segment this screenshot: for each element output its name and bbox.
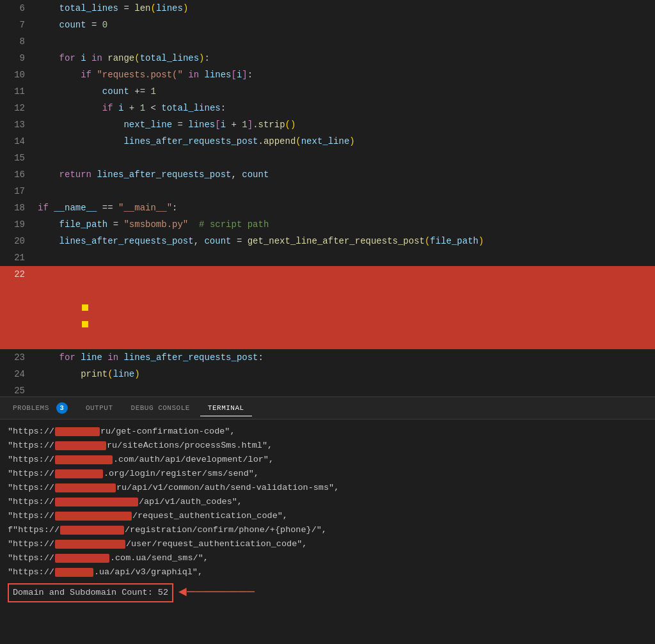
redacted-domain	[55, 568, 93, 577]
domain-count-output: Domain and Subdomain Count: 52	[8, 583, 173, 602]
code-line-21: 21	[0, 249, 655, 266]
terminal-line-1: "https://ru/get-confirmation-code",	[8, 425, 647, 439]
line-content: if __name__ == "__main__":	[35, 200, 655, 216]
line-content: if "requests.post(" in lines[i]:	[35, 67, 655, 83]
bottom-panel: PROBLEMS 3 OUTPUT DEBUG CONSOLE TERMINAL…	[0, 397, 655, 644]
line-number: 7	[0, 17, 35, 33]
domain-count-container: Domain and Subdomain Count: 52 ◄────────	[8, 583, 647, 602]
line-content	[35, 249, 655, 266]
code-line-19: 19 file_path = "smsbomb.py" # script pat…	[0, 216, 655, 233]
line-number: 16	[0, 166, 35, 183]
line-number: 9	[0, 50, 35, 67]
line-content: lines_after_requests_post, count = get_n…	[35, 233, 655, 249]
code-line-10: 10 if "requests.post(" in lines[i]:	[0, 67, 655, 83]
code-line-24: 24 print(line)	[0, 366, 655, 382]
line-content	[35, 183, 655, 200]
terminal-output: "https://ru/get-confirmation-code", "htt…	[0, 420, 655, 644]
redacted-domain	[55, 455, 113, 464]
line-content	[35, 382, 655, 397]
line-content: print(line)	[35, 366, 655, 382]
line-number: 22	[0, 266, 35, 349]
tab-debug[interactable]: DEBUG CONSOLE	[123, 400, 198, 416]
line-content: count = 0	[35, 17, 655, 33]
line-content: file_path = "smsbomb.py" # script path	[35, 216, 655, 233]
code-line-9: 9 for i in range(total_lines):	[0, 50, 655, 67]
code-line-16: 16 return lines_after_requests_post, cou…	[0, 166, 655, 183]
tab-output-label: OUTPUT	[86, 404, 113, 412]
redacted-domain	[55, 540, 125, 549]
line-content: next_line = lines[i + 1].strip()	[35, 116, 655, 133]
redacted-domain	[55, 469, 103, 478]
line-number: 14	[0, 133, 35, 150]
redacted-domain	[55, 498, 138, 507]
line-content	[35, 150, 655, 166]
line-content: return lines_after_requests_post, count	[35, 166, 655, 183]
tab-problems-label: PROBLEMS	[13, 404, 49, 412]
code-line-7: 7 count = 0	[0, 17, 655, 33]
line-number: 15	[0, 150, 35, 166]
terminal-line-9: "https:///user/request_authentication_co…	[8, 537, 647, 551]
editor-container: 6 total_lines = len(lines) 7 count = 0 8…	[0, 0, 655, 644]
tab-terminal-label: TERMINAL	[208, 404, 244, 412]
code-line-12: 12 if i + 1 < total_lines:	[0, 100, 655, 116]
redacted-domain	[55, 441, 106, 450]
code-line-25: 25	[0, 382, 655, 397]
code-line-22: 22	[0, 266, 655, 349]
terminal-line-6: "https:///api/v1/auth_codes",	[8, 495, 647, 509]
redacted-domain	[55, 512, 132, 521]
line-number: 13	[0, 116, 35, 133]
code-line-17: 17	[0, 183, 655, 200]
line-content	[35, 266, 655, 349]
tab-problems[interactable]: PROBLEMS 3	[5, 398, 75, 418]
terminal-line-8: f"https:///registration/confirm/phone/+{…	[8, 523, 647, 537]
line-number: 19	[0, 216, 35, 233]
code-line-23: 23 for line in lines_after_requests_post…	[0, 349, 655, 366]
tab-terminal[interactable]: TERMINAL	[200, 400, 252, 416]
line-number: 20	[0, 233, 35, 249]
redacted-domain	[60, 526, 124, 535]
line-content: count += 1	[35, 83, 655, 100]
tab-debug-label: DEBUG CONSOLE	[131, 404, 190, 412]
line-number: 6	[0, 0, 35, 17]
line-number: 10	[0, 67, 35, 83]
redacted-domain	[55, 427, 100, 436]
line-number: 24	[0, 366, 35, 382]
line-content: for i in range(total_lines):	[35, 50, 655, 67]
line-content: for line in lines_after_requests_post:	[35, 349, 655, 366]
terminal-line-2: "https://ru/siteActions/processSms.html"…	[8, 439, 647, 453]
terminal-line-10: "https://.com.ua/send_sms/",	[8, 551, 647, 565]
terminal-line-4: "https://.org/login/register/sms/send",	[8, 467, 647, 481]
line-number: 23	[0, 349, 35, 366]
code-line-15: 15	[0, 150, 655, 166]
line-content: total_lines = len(lines)	[35, 0, 655, 17]
code-editor: 6 total_lines = len(lines) 7 count = 0 8…	[0, 0, 655, 397]
line-content: if i + 1 < total_lines:	[35, 100, 655, 116]
arrow-icon: ◄────────	[178, 586, 255, 600]
terminal-line-5: "https://ru/api/v1/common/auth/send-vali…	[8, 481, 647, 495]
code-line-13: 13 next_line = lines[i + 1].strip()	[0, 116, 655, 133]
terminal-line-11: "https://.ua/api/v3/graphiql",	[8, 565, 647, 579]
code-line-14: 14 lines_after_requests_post.append(next…	[0, 133, 655, 150]
terminal-line-3: "https://.com/auth/api/development/lor",	[8, 453, 647, 467]
tab-output[interactable]: OUTPUT	[78, 400, 121, 416]
line-number: 25	[0, 382, 35, 397]
line-number: 17	[0, 183, 35, 200]
code-line-20: 20 lines_after_requests_post, count = ge…	[0, 233, 655, 249]
line-content: lines_after_requests_post.append(next_li…	[35, 133, 655, 150]
domain-count-text: Domain and Subdomain Count: 52	[13, 588, 168, 597]
line-content	[35, 33, 655, 50]
code-line-11: 11 count += 1	[0, 83, 655, 100]
redacted-domain	[55, 483, 116, 492]
line-number: 18	[0, 200, 35, 216]
line-number: 11	[0, 83, 35, 100]
terminal-line-7: "https:///request_authentication_code",	[8, 509, 647, 523]
line-number: 8	[0, 33, 35, 50]
problems-badge: 3	[56, 402, 68, 414]
line-number: 12	[0, 100, 35, 116]
line-number: 21	[0, 249, 35, 266]
code-line-8: 8	[0, 33, 655, 50]
code-line-18: 18 if __name__ == "__main__":	[0, 200, 655, 216]
panel-tabs: PROBLEMS 3 OUTPUT DEBUG CONSOLE TERMINAL	[0, 397, 655, 420]
code-line-6: 6 total_lines = len(lines)	[0, 0, 655, 17]
redacted-domain	[55, 554, 109, 563]
